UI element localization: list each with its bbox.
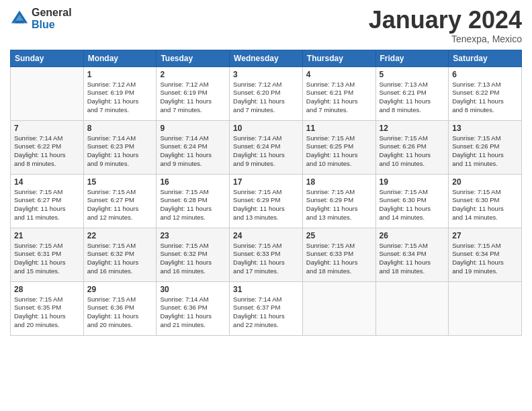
day-number: 14 bbox=[14, 177, 80, 187]
logo-blue-text: Blue bbox=[32, 19, 72, 31]
day-info: Sunrise: 7:15 AM Sunset: 6:30 PM Dayligh… bbox=[452, 188, 518, 222]
day-number: 3 bbox=[233, 70, 299, 79]
logo: General Blue bbox=[10, 7, 72, 30]
day-info: Sunrise: 7:15 AM Sunset: 6:33 PM Dayligh… bbox=[306, 242, 372, 276]
calendar-cell bbox=[302, 281, 375, 335]
calendar-cell: 2Sunrise: 7:12 AM Sunset: 6:19 PM Daylig… bbox=[157, 66, 230, 120]
calendar-cell: 30Sunrise: 7:14 AM Sunset: 6:36 PM Dayli… bbox=[157, 281, 230, 335]
calendar-header-row: Sunday Monday Tuesday Wednesday Thursday… bbox=[11, 50, 522, 66]
calendar-cell: 20Sunrise: 7:15 AM Sunset: 6:30 PM Dayli… bbox=[449, 174, 522, 228]
header: General Blue January 2024 Tenexpa, Mexic… bbox=[10, 7, 522, 44]
day-number: 8 bbox=[87, 124, 153, 133]
calendar-cell: 8Sunrise: 7:14 AM Sunset: 6:23 PM Daylig… bbox=[83, 120, 157, 174]
calendar-cell: 28Sunrise: 7:15 AM Sunset: 6:35 PM Dayli… bbox=[11, 281, 84, 335]
calendar-cell: 18Sunrise: 7:15 AM Sunset: 6:29 PM Dayli… bbox=[302, 174, 375, 228]
day-number: 30 bbox=[160, 285, 226, 294]
day-info: Sunrise: 7:15 AM Sunset: 6:27 PM Dayligh… bbox=[87, 188, 153, 222]
title-block: January 2024 Tenexpa, Mexico bbox=[369, 7, 522, 44]
calendar-week-5: 28Sunrise: 7:15 AM Sunset: 6:35 PM Dayli… bbox=[11, 281, 522, 335]
logo-text: General Blue bbox=[32, 7, 72, 30]
day-number: 24 bbox=[233, 231, 299, 240]
calendar-cell: 23Sunrise: 7:15 AM Sunset: 6:32 PM Dayli… bbox=[157, 228, 230, 281]
calendar-table: Sunday Monday Tuesday Wednesday Thursday… bbox=[10, 50, 522, 336]
calendar-week-2: 7Sunrise: 7:14 AM Sunset: 6:22 PM Daylig… bbox=[11, 120, 522, 174]
day-info: Sunrise: 7:15 AM Sunset: 6:34 PM Dayligh… bbox=[380, 242, 445, 276]
calendar-cell: 9Sunrise: 7:14 AM Sunset: 6:24 PM Daylig… bbox=[157, 120, 230, 174]
day-number: 9 bbox=[160, 124, 226, 133]
day-info: Sunrise: 7:15 AM Sunset: 6:27 PM Dayligh… bbox=[14, 188, 80, 222]
col-saturday: Saturday bbox=[449, 50, 522, 66]
col-thursday: Thursday bbox=[302, 50, 375, 66]
col-tuesday: Tuesday bbox=[157, 50, 230, 66]
day-number: 11 bbox=[306, 124, 372, 133]
day-info: Sunrise: 7:15 AM Sunset: 6:31 PM Dayligh… bbox=[14, 242, 80, 276]
calendar-cell: 27Sunrise: 7:15 AM Sunset: 6:34 PM Dayli… bbox=[449, 228, 522, 281]
calendar-cell: 11Sunrise: 7:15 AM Sunset: 6:25 PM Dayli… bbox=[302, 120, 375, 174]
calendar-cell bbox=[11, 66, 84, 120]
calendar-cell: 3Sunrise: 7:12 AM Sunset: 6:20 PM Daylig… bbox=[230, 66, 303, 120]
day-info: Sunrise: 7:15 AM Sunset: 6:32 PM Dayligh… bbox=[160, 242, 226, 276]
day-number: 5 bbox=[380, 70, 445, 79]
calendar-week-1: 1Sunrise: 7:12 AM Sunset: 6:19 PM Daylig… bbox=[11, 66, 522, 120]
calendar-cell: 6Sunrise: 7:13 AM Sunset: 6:22 PM Daylig… bbox=[449, 66, 522, 120]
calendar-cell: 15Sunrise: 7:15 AM Sunset: 6:27 PM Dayli… bbox=[83, 174, 157, 228]
day-number: 16 bbox=[160, 177, 226, 187]
calendar-cell: 24Sunrise: 7:15 AM Sunset: 6:33 PM Dayli… bbox=[230, 228, 303, 281]
day-info: Sunrise: 7:14 AM Sunset: 6:22 PM Dayligh… bbox=[14, 134, 80, 169]
day-number: 4 bbox=[306, 70, 372, 79]
calendar-cell: 22Sunrise: 7:15 AM Sunset: 6:32 PM Dayli… bbox=[83, 228, 157, 281]
calendar-cell: 13Sunrise: 7:15 AM Sunset: 6:26 PM Dayli… bbox=[449, 120, 522, 174]
calendar-cell: 31Sunrise: 7:14 AM Sunset: 6:37 PM Dayli… bbox=[230, 281, 303, 335]
calendar-week-4: 21Sunrise: 7:15 AM Sunset: 6:31 PM Dayli… bbox=[11, 228, 522, 281]
day-number: 26 bbox=[380, 231, 445, 240]
col-wednesday: Wednesday bbox=[230, 50, 303, 66]
day-info: Sunrise: 7:13 AM Sunset: 6:21 PM Dayligh… bbox=[380, 81, 445, 115]
day-info: Sunrise: 7:15 AM Sunset: 6:26 PM Dayligh… bbox=[380, 134, 445, 169]
day-number: 15 bbox=[87, 177, 153, 187]
page: General Blue January 2024 Tenexpa, Mexic… bbox=[0, 0, 532, 411]
calendar-cell: 19Sunrise: 7:15 AM Sunset: 6:30 PM Dayli… bbox=[375, 174, 449, 228]
calendar-cell: 10Sunrise: 7:14 AM Sunset: 6:24 PM Dayli… bbox=[230, 120, 303, 174]
day-info: Sunrise: 7:12 AM Sunset: 6:19 PM Dayligh… bbox=[160, 81, 226, 115]
calendar-cell: 4Sunrise: 7:13 AM Sunset: 6:21 PM Daylig… bbox=[302, 66, 375, 120]
col-friday: Friday bbox=[375, 50, 449, 66]
day-number: 17 bbox=[233, 177, 299, 187]
logo-icon bbox=[10, 9, 29, 28]
location: Tenexpa, Mexico bbox=[369, 34, 522, 44]
calendar-cell bbox=[375, 281, 449, 335]
day-number: 25 bbox=[306, 231, 372, 240]
calendar-cell: 5Sunrise: 7:13 AM Sunset: 6:21 PM Daylig… bbox=[375, 66, 449, 120]
day-number: 2 bbox=[160, 70, 226, 79]
day-info: Sunrise: 7:15 AM Sunset: 6:30 PM Dayligh… bbox=[380, 188, 445, 222]
day-number: 7 bbox=[14, 124, 80, 133]
day-info: Sunrise: 7:15 AM Sunset: 6:34 PM Dayligh… bbox=[452, 242, 518, 276]
day-info: Sunrise: 7:15 AM Sunset: 6:36 PM Dayligh… bbox=[87, 295, 153, 330]
day-number: 28 bbox=[14, 285, 80, 294]
day-info: Sunrise: 7:14 AM Sunset: 6:24 PM Dayligh… bbox=[233, 134, 299, 169]
day-info: Sunrise: 7:15 AM Sunset: 6:33 PM Dayligh… bbox=[233, 242, 299, 276]
day-number: 12 bbox=[380, 124, 445, 133]
svg-rect-2 bbox=[15, 20, 24, 23]
calendar-cell: 21Sunrise: 7:15 AM Sunset: 6:31 PM Dayli… bbox=[11, 228, 84, 281]
day-info: Sunrise: 7:14 AM Sunset: 6:37 PM Dayligh… bbox=[233, 295, 299, 330]
day-info: Sunrise: 7:15 AM Sunset: 6:35 PM Dayligh… bbox=[14, 295, 80, 330]
day-number: 10 bbox=[233, 124, 299, 133]
day-info: Sunrise: 7:12 AM Sunset: 6:19 PM Dayligh… bbox=[87, 81, 153, 115]
day-number: 20 bbox=[452, 177, 518, 187]
day-number: 6 bbox=[452, 70, 518, 79]
calendar-week-3: 14Sunrise: 7:15 AM Sunset: 6:27 PM Dayli… bbox=[11, 174, 522, 228]
day-info: Sunrise: 7:13 AM Sunset: 6:22 PM Dayligh… bbox=[452, 81, 518, 115]
calendar-cell: 1Sunrise: 7:12 AM Sunset: 6:19 PM Daylig… bbox=[83, 66, 157, 120]
day-number: 13 bbox=[452, 124, 518, 133]
day-info: Sunrise: 7:14 AM Sunset: 6:36 PM Dayligh… bbox=[160, 295, 226, 330]
calendar-cell: 17Sunrise: 7:15 AM Sunset: 6:29 PM Dayli… bbox=[230, 174, 303, 228]
calendar-cell: 26Sunrise: 7:15 AM Sunset: 6:34 PM Dayli… bbox=[375, 228, 449, 281]
day-info: Sunrise: 7:15 AM Sunset: 6:29 PM Dayligh… bbox=[306, 188, 372, 222]
logo-general-text: General bbox=[32, 7, 72, 19]
day-info: Sunrise: 7:15 AM Sunset: 6:28 PM Dayligh… bbox=[160, 188, 226, 222]
month-title: January 2024 bbox=[369, 7, 522, 34]
calendar-cell: 16Sunrise: 7:15 AM Sunset: 6:28 PM Dayli… bbox=[157, 174, 230, 228]
day-info: Sunrise: 7:14 AM Sunset: 6:24 PM Dayligh… bbox=[160, 134, 226, 169]
day-info: Sunrise: 7:15 AM Sunset: 6:25 PM Dayligh… bbox=[306, 134, 372, 169]
day-number: 22 bbox=[87, 231, 153, 240]
